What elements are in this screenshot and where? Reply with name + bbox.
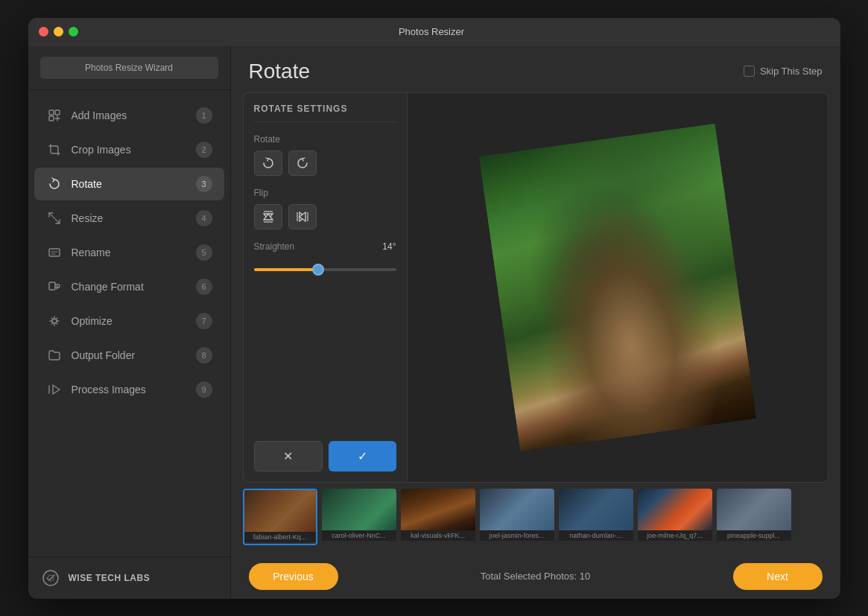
rotate-left-button[interactable]: [254, 150, 282, 176]
svg-marker-10: [264, 214, 273, 220]
flip-vertical-button[interactable]: [254, 204, 282, 229]
skip-step-container[interactable]: Skip This Step: [744, 66, 823, 77]
next-button[interactable]: Next: [733, 563, 823, 590]
flip-group: Flip: [254, 188, 396, 229]
film-thumb-5: [559, 489, 633, 530]
settings-panel-title: ROTATE SETTINGS: [254, 104, 396, 122]
sidebar-item-label: Rotate: [72, 178, 196, 190]
main-content: Photos Resize Wizard Add Images 1: [28, 46, 840, 599]
maximize-button[interactable]: [69, 27, 78, 36]
preview-area: [407, 92, 829, 483]
previous-button[interactable]: Previous: [249, 563, 338, 590]
content-area: ROTATE SETTINGS Rotate: [231, 92, 840, 483]
film-label-3: kal-visuals-vkFK...: [401, 530, 475, 541]
resize-icon: [46, 210, 63, 226]
filmstrip-item-1[interactable]: fabian-albert-Kq...: [243, 489, 317, 545]
sidebar-item-label: Change Format: [72, 281, 196, 293]
straighten-header: Straighten 14°: [254, 241, 396, 252]
window-title: Photos Resizer: [78, 26, 785, 37]
svg-rect-3: [49, 249, 60, 256]
wizard-button[interactable]: Photos Resize Wizard: [40, 57, 218, 79]
straighten-label: Straighten: [254, 241, 295, 252]
svg-rect-0: [49, 110, 54, 115]
sidebar-item-process-images[interactable]: Process Images 9: [34, 373, 224, 406]
filmstrip-item-4[interactable]: joel-jasmin-fores...: [480, 489, 554, 545]
sidebar-item-badge: 5: [196, 244, 212, 261]
flip-label: Flip: [254, 188, 396, 198]
rotate-label: Rotate: [254, 134, 396, 145]
title-bar: Photos Resizer: [28, 18, 840, 46]
sidebar-item-add-images[interactable]: Add Images 1: [34, 99, 224, 132]
preview-image-container: [478, 123, 756, 451]
filmstrip-item-5[interactable]: nathan-dumlao-...: [559, 489, 633, 545]
page-title: Rotate: [249, 60, 311, 83]
footer-bar: Previous Total Selected Photos: 10 Next: [231, 554, 840, 599]
film-label-1: fabian-albert-Kq...: [244, 532, 316, 542]
film-thumb-1: [244, 490, 316, 532]
sidebar-item-rotate[interactable]: Rotate 3: [34, 168, 224, 200]
change-format-icon: [46, 279, 63, 295]
svg-rect-1: [55, 110, 60, 115]
brand-name-bold: TECH: [95, 573, 121, 583]
main-area: Rotate Skip This Step ROTATE SETTINGS Ro…: [231, 46, 840, 599]
cancel-button[interactable]: ✕: [254, 441, 323, 471]
film-label-2: carol-oliver-NnC...: [322, 530, 396, 541]
svg-rect-4: [49, 282, 55, 290]
rotate-btn-row: [254, 150, 396, 176]
filmstrip-item-6[interactable]: joe-milne-rJq_q7...: [638, 489, 712, 545]
traffic-lights: [39, 27, 78, 36]
rotate-right-button[interactable]: [288, 150, 317, 176]
crop-icon: [46, 142, 63, 158]
sidebar-item-badge: 8: [196, 347, 212, 363]
rename-icon: [46, 244, 63, 261]
svg-rect-2: [49, 116, 54, 121]
apply-button[interactable]: ✓: [329, 441, 396, 471]
straighten-slider[interactable]: [254, 268, 396, 271]
brand-logo-icon: [40, 568, 61, 588]
film-thumb-7: [717, 489, 791, 530]
brand-name-light: WISE: [69, 573, 96, 583]
brand-name-suffix: LABS: [121, 573, 151, 583]
sidebar-item-label: Resize: [72, 212, 196, 224]
sidebar-item-badge: 6: [196, 279, 212, 295]
film-label-5: nathan-dumlao-...: [559, 530, 633, 541]
preview-image: [478, 123, 756, 451]
sidebar-item-label: Crop Images: [72, 144, 196, 156]
sidebar-footer: WISE TECH LABS: [28, 556, 230, 599]
sidebar-item-crop-images[interactable]: Crop Images 2: [34, 133, 224, 166]
sidebar-item-label: Add Images: [72, 109, 196, 121]
sidebar-item-badge: 4: [196, 210, 212, 226]
sidebar-item-optimize[interactable]: Optimize 7: [34, 305, 224, 337]
brand-name: WISE TECH LABS: [69, 573, 151, 583]
optimize-icon: [46, 313, 63, 329]
sidebar-item-rename[interactable]: Rename 5: [34, 236, 224, 269]
svg-marker-14: [300, 212, 305, 221]
straighten-group: Straighten 14°: [254, 241, 396, 277]
sidebar-item-badge: 9: [196, 381, 212, 398]
film-thumb-4: [480, 489, 554, 530]
flip-btn-row: [254, 204, 396, 229]
sidebar-item-label: Output Folder: [72, 349, 196, 361]
filmstrip-item-7[interactable]: pineapple-suppl...: [717, 489, 791, 545]
filmstrip-item-3[interactable]: kal-visuals-vkFK...: [401, 489, 475, 545]
straighten-slider-container: [254, 258, 396, 277]
filmstrip: fabian-albert-Kq... carol-oliver-NnC... …: [243, 489, 829, 548]
app-window: Photos Resizer Photos Resize Wizard: [28, 18, 840, 599]
sidebar: Photos Resize Wizard Add Images 1: [28, 46, 231, 599]
filmstrip-area: fabian-albert-Kq... carol-oliver-NnC... …: [231, 483, 840, 554]
skip-checkbox[interactable]: [744, 66, 755, 77]
filmstrip-item-2[interactable]: carol-oliver-NnC...: [322, 489, 396, 545]
rotate-settings-panel: ROTATE SETTINGS Rotate: [243, 92, 407, 483]
sidebar-item-resize[interactable]: Resize 4: [34, 202, 224, 235]
total-selected-label: Total Selected Photos: 10: [350, 571, 721, 582]
film-thumb-6: [638, 489, 712, 530]
sidebar-item-label: Rename: [72, 247, 196, 258]
minimize-button[interactable]: [54, 27, 63, 36]
flip-horizontal-button[interactable]: [288, 204, 317, 229]
rotate-group: Rotate: [254, 134, 396, 176]
straighten-value: 14°: [382, 241, 396, 252]
sidebar-item-output-folder[interactable]: Output Folder 8: [34, 339, 224, 372]
process-icon: [46, 381, 63, 398]
close-button[interactable]: [39, 27, 48, 36]
sidebar-item-change-format[interactable]: Change Format 6: [34, 270, 224, 303]
